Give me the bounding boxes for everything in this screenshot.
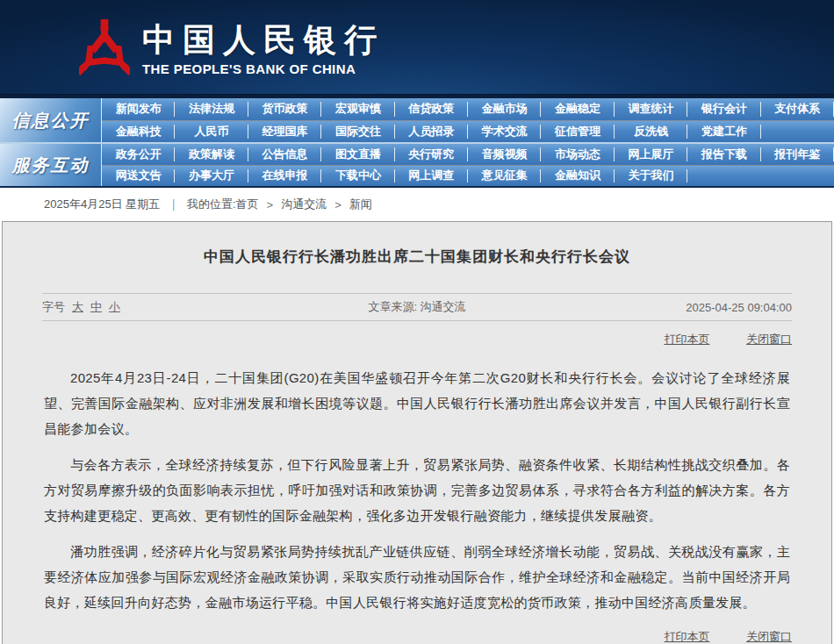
nav-menu-item[interactable]: 政策解读 <box>175 144 248 165</box>
nav-menu-item[interactable]: 在线申报 <box>248 166 321 187</box>
nav-section-button-service-interaction[interactable]: 服务互动 <box>0 144 101 186</box>
nav-menu-item[interactable]: 央行研究 <box>395 144 468 165</box>
nav-menu-item[interactable]: 学术交流 <box>468 121 541 143</box>
nav-menu-item[interactable]: 货币政策 <box>248 98 321 120</box>
article-actions-bottom: 打印本页 关闭窗口 <box>42 629 792 644</box>
nav-menu-item[interactable]: 图文直播 <box>321 144 394 165</box>
nav-menu-item[interactable]: 支付体系 <box>761 98 834 120</box>
breadcrumb-date: 2025年4月25日 星期五 <box>44 197 160 212</box>
nav-menu-item[interactable]: 银行会计 <box>687 98 760 120</box>
nav-menu-item[interactable]: 音频视频 <box>468 144 541 165</box>
nav-menu-item[interactable]: 报刊年鉴 <box>761 144 834 165</box>
nav-menu-item[interactable]: 新闻发布 <box>102 98 175 120</box>
nav-menu-item[interactable]: 网送文告 <box>102 166 175 187</box>
nav-menu-item[interactable]: 金融市场 <box>468 98 541 120</box>
site-name-cn: 中国人民银行 <box>142 22 385 60</box>
site-name-en: THE PEOPLE'S BANK OF CHINA <box>142 61 385 76</box>
nav-menu-item[interactable]: 网上调查 <box>395 166 468 187</box>
nav-menu-item[interactable]: 意见征集 <box>468 166 541 187</box>
breadcrumb-link[interactable]: 新闻 <box>349 197 372 212</box>
close-window-link[interactable]: 关闭窗口 <box>746 630 792 643</box>
font-size-label: 字号 <box>42 299 65 315</box>
breadcrumb-separator: > <box>267 198 274 211</box>
site-logo: 中国人民银行 THE PEOPLE'S BANK OF CHINA <box>79 19 385 79</box>
nav-menu-item[interactable]: 市场动态 <box>541 144 614 165</box>
font-size-option[interactable]: 小 <box>109 299 120 315</box>
article-source: 文章来源: 沟通交流 <box>292 299 543 315</box>
article-paragraph: 2025年4月23日-24日，二十国集团(G20)在美国华盛顿召开今年第二次G2… <box>44 365 790 441</box>
nav-menu-grid: 政务公开政策解读公告信息图文直播央行研究音频视频市场动态网上展厅报告下载报刊年鉴… <box>101 144 834 186</box>
breadcrumb-link[interactable]: 首页 <box>236 197 259 212</box>
nav-menu-item[interactable]: 信贷政策 <box>395 98 468 120</box>
article-body: 2025年4月23日-24日，二十国集团(G20)在美国华盛顿召开今年第二次G2… <box>44 365 790 615</box>
nav-menu-item[interactable]: 金融稳定 <box>541 98 614 120</box>
breadcrumb-divider: ｜ <box>168 197 179 212</box>
nav-menu-item[interactable]: 调查统计 <box>615 98 687 120</box>
nav-section-service-interaction: 服务互动 政务公开政策解读公告信息图文直播央行研究音频视频市场动态网上展厅报告下… <box>0 142 834 186</box>
font-size-option[interactable]: 中 <box>90 299 102 315</box>
nav-menu-item[interactable]: 公告信息 <box>248 144 321 165</box>
nav-section-button-info-disclosure[interactable]: 信息公开 <box>0 98 101 142</box>
breadcrumb-separator: > <box>334 198 342 211</box>
font-size-option[interactable]: 大 <box>72 299 83 315</box>
nav-menu-item[interactable]: 人民币 <box>175 121 248 143</box>
page-title: 中国人民银行行长潘功胜出席二十国集团财长和央行行长会议 <box>3 222 831 267</box>
site-header: 中国人民银行 THE PEOPLE'S BANK OF CHINA <box>0 0 834 95</box>
nav-menu-item[interactable]: 党建工作 <box>687 121 760 143</box>
nav-menu-item[interactable]: 征信管理 <box>541 121 614 143</box>
nav-menu-empty-cell <box>687 166 760 187</box>
nav-menu-item[interactable]: 法律法规 <box>175 98 248 120</box>
nav-menu-item[interactable]: 报告下载 <box>687 144 760 165</box>
breadcrumb-location-label: 我的位置: <box>187 197 236 212</box>
nav-menu-item[interactable]: 金融科技 <box>102 121 175 143</box>
nav-menu-item[interactable]: 金融知识 <box>541 166 614 187</box>
font-size-links: 大中小 <box>72 299 120 315</box>
pboc-logo-icon <box>79 19 130 79</box>
article-paragraph: 与会各方表示，全球经济持续复苏，但下行风险显著上升，贸易紧张局势、融资条件收紧、… <box>44 452 790 528</box>
nav-menu-item[interactable]: 宏观审慎 <box>321 98 394 120</box>
article-datetime: 2025-04-25 09:04:00 <box>542 301 792 314</box>
font-size-controls: 字号 大中小 <box>42 299 292 315</box>
breadcrumb-link[interactable]: 沟通交流 <box>281 197 327 212</box>
nav-menu-item[interactable]: 反洗钱 <box>615 121 687 143</box>
nav-menu-item[interactable]: 经理国库 <box>248 121 321 143</box>
nav-menu-item[interactable]: 人员招录 <box>395 121 468 143</box>
print-page-link[interactable]: 打印本页 <box>664 333 709 346</box>
print-page-link[interactable]: 打印本页 <box>664 630 709 643</box>
main-nav: 信息公开 新闻发布法律法规货币政策宏观审慎信贷政策金融市场金融稳定调查统计银行会… <box>0 95 834 188</box>
nav-menu-empty-cell <box>761 121 834 143</box>
nav-section-info-disclosure: 信息公开 新闻发布法律法规货币政策宏观审慎信贷政策金融市场金融稳定调查统计银行会… <box>0 98 834 142</box>
article-actions-top: 打印本页 关闭窗口 <box>42 332 792 347</box>
article-card: 中国人民银行行长潘功胜出席二十国集团财长和央行行长会议 字号 大中小 文章来源:… <box>2 221 832 644</box>
close-window-link[interactable]: 关闭窗口 <box>746 333 792 346</box>
breadcrumb: 2025年4月25日 星期五 ｜ 我的位置: 首页>沟通交流>新闻 <box>0 188 834 221</box>
nav-menu-item[interactable]: 政务公开 <box>102 144 175 165</box>
breadcrumb-links: 首页>沟通交流>新闻 <box>236 197 380 212</box>
nav-menu-item[interactable]: 下载中心 <box>321 166 394 187</box>
article-paragraph: 潘功胜强调，经济碎片化与贸易紧张局势持续扰乱产业链供应链、削弱全球经济增长动能，… <box>44 539 790 615</box>
nav-menu-item[interactable]: 办事大厅 <box>175 166 248 187</box>
nav-menu-item[interactable]: 网上展厅 <box>615 144 687 165</box>
nav-menu-item[interactable]: 关于我们 <box>615 166 687 187</box>
article-meta-row: 字号 大中小 文章来源: 沟通交流 2025-04-25 09:04:00 <box>42 294 792 320</box>
nav-menu-empty-cell <box>761 166 834 187</box>
divider <box>42 320 792 321</box>
nav-menu-grid: 新闻发布法律法规货币政策宏观审慎信贷政策金融市场金融稳定调查统计银行会计支付体系… <box>101 98 834 142</box>
nav-menu-item[interactable]: 国际交往 <box>321 121 394 143</box>
